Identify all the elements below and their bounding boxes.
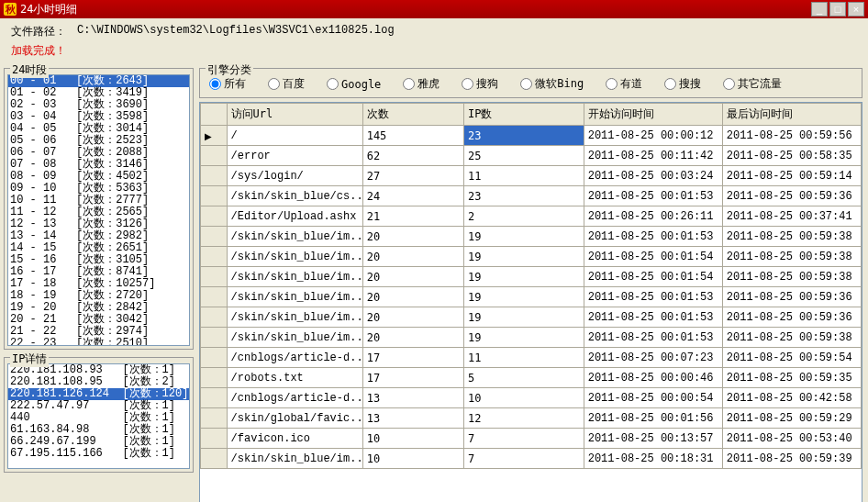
minimize-button[interactable]: _	[811, 2, 828, 17]
column-header[interactable]: 次数	[362, 104, 463, 126]
titlebar: 秋 24小时明细 _ □ ×	[0, 0, 868, 18]
engine-radio[interactable]: 雅虎	[403, 76, 440, 92]
table-row[interactable]: /skin/skin_blue/cs...24232011-08-25 00:0…	[201, 186, 862, 206]
column-header[interactable]: 开始访问时间	[584, 104, 722, 126]
hours-groupbox: 24时段 00 - 01 [次数：2643]01 - 02 [次数：3419]0…	[4, 68, 194, 350]
table-row[interactable]: /skin/skin_blue/im...20192011-08-25 00:0…	[201, 328, 862, 348]
path-value: C:\WINDOWS\system32\Logfiles\W3SVC1\ex11…	[77, 24, 395, 39]
table-row[interactable]: /sys/login/27112011-08-25 00:03:242011-0…	[201, 166, 862, 186]
table-row[interactable]: /skin/skin_blue/im...20192011-08-25 00:0…	[201, 227, 862, 247]
ip-listbox[interactable]: 220.181.108.93 [次数：1]220.181.108.95 [次数：…	[7, 363, 190, 469]
table-row[interactable]: /skin/skin_blue/im...20192011-08-25 00:0…	[201, 247, 862, 267]
close-button[interactable]: ×	[848, 2, 864, 17]
hours-item[interactable]: 22 - 23 [次数：2510]	[8, 338, 189, 346]
table-row[interactable]: /favicon.ico1072011-08-25 00:13:572011-0…	[201, 429, 862, 449]
table-row[interactable]: /skin/skin_blue/im...20192011-08-25 00:0…	[201, 267, 862, 287]
engines-title: 引擎分类	[206, 62, 253, 78]
hours-title: 24时段	[10, 62, 49, 78]
data-grid[interactable]: 访问Url次数IP数开始访问时间最后访问时间▶/145232011-08-25 …	[199, 102, 862, 502]
engine-radio[interactable]: 有道	[606, 76, 642, 92]
engine-radio[interactable]: 搜搜	[664, 76, 701, 92]
table-row[interactable]: /skin/skin_blue/im...20192011-08-25 00:0…	[201, 307, 862, 328]
engine-radio[interactable]: Google	[327, 76, 381, 92]
engine-radio[interactable]: 其它流量	[723, 76, 782, 92]
table-row[interactable]: /robots.txt1752011-08-25 00:00:462011-08…	[201, 368, 862, 388]
ip-item[interactable]: 67.195.115.166 [次数：1]	[8, 448, 189, 460]
engine-radio[interactable]: 微软Bing	[520, 76, 584, 92]
engine-radio[interactable]: 搜狗	[462, 76, 498, 92]
engine-radio[interactable]: 百度	[268, 76, 305, 92]
table-row[interactable]: /skin/skin_blue/im...20192011-08-25 00:0…	[201, 287, 862, 307]
header: 文件路径： C:\WINDOWS\system32\Logfiles\W3SVC…	[0, 18, 868, 66]
ip-groupbox: IP详情 220.181.108.93 [次数：1]220.181.108.95…	[4, 357, 194, 473]
hours-listbox[interactable]: 00 - 01 [次数：2643]01 - 02 [次数：3419]02 - 0…	[7, 74, 190, 346]
column-header[interactable]: 最后访问时间	[722, 104, 861, 126]
window-title: 24小时明细	[20, 0, 77, 18]
ip-title: IP详情	[10, 351, 49, 367]
engines-groupbox: 引擎分类 所有百度Google雅虎搜狗微软Bing有道搜搜其它流量	[199, 68, 862, 98]
table-row[interactable]: ▶/145232011-08-25 00:00:122011-08-25 00:…	[201, 126, 862, 146]
maximize-button[interactable]: □	[829, 2, 846, 17]
table-row[interactable]: /skin/skin_blue/im...1072011-08-25 00:18…	[201, 449, 862, 469]
engine-radio[interactable]: 所有	[209, 76, 246, 92]
engine-radios: 所有百度Google雅虎搜狗微软Bing有道搜搜其它流量	[209, 76, 852, 92]
table-row[interactable]: /cnblogs/article-d...17112011-08-25 00:0…	[201, 348, 862, 368]
path-label: 文件路径：	[11, 24, 66, 39]
app-icon: 秋	[4, 3, 17, 16]
load-status: 加载完成！	[11, 43, 66, 59]
table-row[interactable]: /Editor/Upload.ashx2122011-08-25 00:26:1…	[201, 206, 862, 227]
column-header[interactable]	[201, 104, 228, 126]
column-header[interactable]: 访问Url	[227, 104, 362, 126]
table-row[interactable]: /skin/global/favic...13122011-08-25 00:0…	[201, 408, 862, 429]
column-header[interactable]: IP数	[463, 104, 584, 126]
table-row[interactable]: /cnblogs/article-d...13102011-08-25 00:0…	[201, 388, 862, 408]
table-row[interactable]: /error62252011-08-25 00:11:422011-08-25 …	[201, 146, 862, 166]
